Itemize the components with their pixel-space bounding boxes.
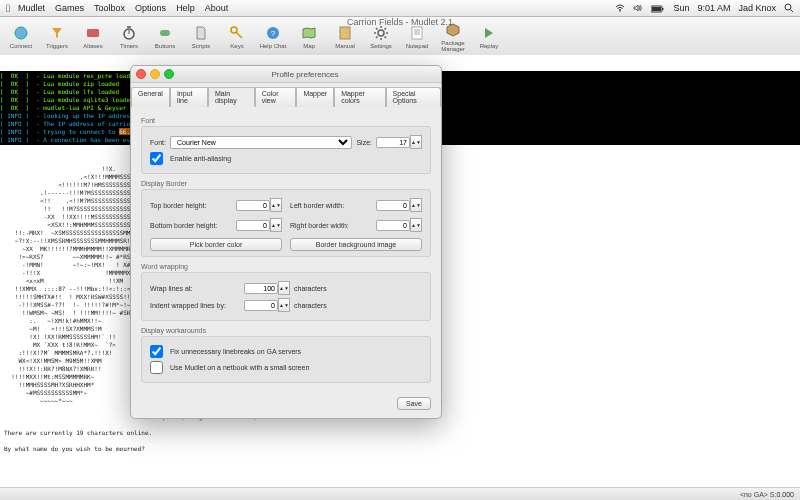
border-group-title: Display Border: [141, 180, 431, 187]
svg-point-17: [378, 30, 384, 36]
tool-scripts[interactable]: Scripts: [184, 23, 218, 49]
spotlight-icon[interactable]: [784, 3, 794, 14]
indent-unit: characters: [294, 302, 327, 309]
menu-mudlet[interactable]: Mudlet: [18, 3, 45, 13]
close-icon[interactable]: [136, 69, 146, 79]
pick-border-color-button[interactable]: Pick border color: [150, 238, 282, 251]
wrap-unit: characters: [294, 285, 327, 292]
fix-ga-label: Fix unnecessary linebreaks on GA servers: [170, 348, 301, 355]
tool-keys[interactable]: Keys: [220, 23, 254, 49]
tool-helpchat[interactable]: ?Help Chat: [256, 23, 290, 49]
bottom-border-label: Bottom border height:: [150, 222, 232, 229]
tool-timers[interactable]: Timers: [112, 23, 146, 49]
apple-icon[interactable]: : [6, 2, 10, 14]
battery-icon[interactable]: [651, 3, 665, 13]
top-border-label: Top border height:: [150, 202, 232, 209]
stepper-icon[interactable]: ▲▼: [270, 198, 282, 212]
tool-manual[interactable]: Manual: [328, 23, 362, 49]
tool-replay[interactable]: Replay: [472, 23, 506, 49]
left-border-field[interactable]: [376, 200, 410, 211]
mac-menubar:  Mudlet Games Toolbox Options Help Abou…: [0, 0, 800, 17]
status-bar: <no GA> S:0.000: [0, 487, 800, 500]
font-size-field[interactable]: [376, 137, 410, 148]
menu-options[interactable]: Options: [135, 3, 166, 13]
svg-rect-11: [160, 30, 170, 36]
tool-notepad[interactable]: Notepad: [400, 23, 434, 49]
svg-point-4: [785, 4, 791, 10]
zoom-icon[interactable]: [164, 69, 174, 79]
antialias-label: Enable anti-aliasing: [170, 155, 231, 162]
menubar-time: 9:01 AM: [697, 3, 730, 13]
svg-rect-3: [652, 7, 661, 11]
stepper-icon[interactable]: ▲▼: [410, 218, 422, 232]
right-border-field[interactable]: [376, 220, 410, 231]
svg-rect-16: [340, 27, 350, 39]
tool-aliases[interactable]: Aliases: [76, 23, 110, 49]
save-button[interactable]: Save: [397, 397, 431, 410]
wrap-lines-field[interactable]: [244, 283, 278, 294]
tool-connect[interactable]: Connect: [4, 23, 38, 49]
prefs-titlebar[interactable]: Profile preferences: [131, 66, 441, 83]
svg-line-13: [236, 32, 242, 38]
indent-field[interactable]: [244, 300, 278, 311]
tab-color-view[interactable]: Color view: [255, 87, 297, 107]
volume-icon[interactable]: [633, 3, 643, 14]
top-border-field[interactable]: [236, 200, 270, 211]
prefs-title: Profile preferences: [174, 70, 436, 79]
menubar-day: Sun: [673, 3, 689, 13]
tool-map[interactable]: Map: [292, 23, 326, 49]
menu-toolbox[interactable]: Toolbox: [94, 3, 125, 13]
border-bg-image-button[interactable]: Border background image: [290, 238, 422, 251]
svg-line-5: [791, 10, 794, 13]
left-border-label: Left border width:: [290, 202, 372, 209]
indent-label: Indent wrapped lines by:: [150, 302, 240, 309]
tab-main-display[interactable]: Main display: [208, 87, 255, 107]
tab-general[interactable]: General: [131, 87, 170, 107]
tool-triggers[interactable]: Triggers: [40, 23, 74, 49]
svg-rect-7: [87, 29, 99, 37]
wrap-group-title: Word wrapping: [141, 263, 431, 270]
minimize-icon[interactable]: [150, 69, 160, 79]
netbook-checkbox[interactable]: [150, 361, 163, 374]
prefs-tabs: General Input line Main display Color vi…: [131, 83, 441, 107]
tool-buttons[interactable]: Buttons: [148, 23, 182, 49]
svg-rect-18: [412, 27, 422, 39]
wifi-icon[interactable]: [615, 3, 625, 14]
netbook-label: Use Mudlet on a netbook with a small scr…: [170, 364, 309, 371]
gear-icon: [364, 23, 398, 43]
tab-mapper-colors[interactable]: Mapper colors: [334, 87, 385, 107]
tab-input-line[interactable]: Input line: [170, 87, 208, 107]
svg-point-6: [15, 27, 27, 39]
tab-special-options[interactable]: Special Options: [386, 87, 441, 107]
svg-rect-2: [662, 8, 664, 10]
fix-ga-checkbox[interactable]: [150, 345, 163, 358]
tab-mapper[interactable]: Mapper: [296, 87, 334, 107]
stepper-icon[interactable]: ▲▼: [410, 198, 422, 212]
antialias-checkbox[interactable]: [150, 152, 163, 165]
menu-games[interactable]: Games: [55, 3, 84, 13]
font-select[interactable]: Courier New: [170, 136, 352, 149]
font-label: Font:: [150, 139, 166, 146]
menu-about[interactable]: About: [205, 3, 229, 13]
font-group-title: Font: [141, 117, 431, 124]
bottom-border-field[interactable]: [236, 220, 270, 231]
stepper-icon[interactable]: ▲▼: [270, 218, 282, 232]
tool-package-manager[interactable]: Package Manager: [436, 20, 470, 52]
workarounds-group-title: Display workarounds: [141, 327, 431, 334]
wrap-lines-label: Wrap lines at:: [150, 285, 240, 292]
stepper-icon[interactable]: ▲▼: [278, 281, 290, 295]
right-border-label: Right border width:: [290, 222, 372, 229]
status-text: <no GA> S:0.000: [740, 491, 794, 498]
tool-settings[interactable]: Settings: [364, 23, 398, 49]
app-toolbar: Connect Triggers Aliases Timers Buttons …: [0, 17, 800, 56]
menubar-user[interactable]: Jad Knox: [738, 3, 776, 13]
font-size-label: Size:: [356, 139, 372, 146]
menu-help[interactable]: Help: [176, 3, 195, 13]
stepper-up-icon[interactable]: ▲▼: [410, 135, 422, 149]
svg-point-0: [620, 11, 622, 13]
preferences-window: Profile preferences General Input line M…: [130, 65, 442, 419]
svg-text:?: ?: [271, 29, 276, 38]
stepper-icon[interactable]: ▲▼: [278, 298, 290, 312]
